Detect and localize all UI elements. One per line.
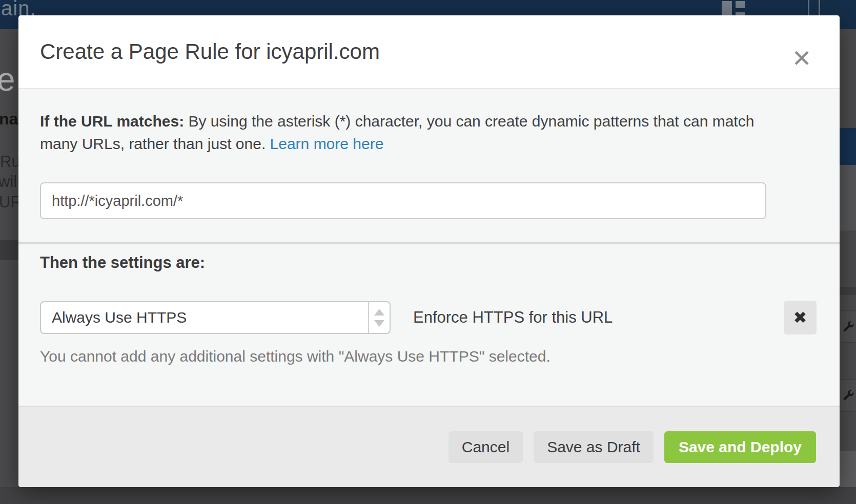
background-band — [0, 487, 856, 504]
background-wrench-button — [841, 379, 856, 412]
url-match-description: If the URL matches: By using the asteris… — [40, 110, 793, 155]
background-text-fragment: Ru — [0, 153, 21, 171]
background-band — [0, 240, 18, 260]
setting-select[interactable]: Always Use HTTPS — [40, 301, 391, 334]
background-text-fragment: e — [0, 60, 15, 98]
learn-more-link[interactable]: Learn more here — [270, 135, 384, 152]
modal-footer: Cancel Save as Draft Save and Deploy — [18, 406, 840, 487]
wrench-icon — [842, 320, 855, 333]
settings-heading: Then the settings are: — [40, 254, 818, 272]
background-wrench-button — [841, 310, 856, 343]
background-text-fragment: will — [0, 173, 21, 191]
wrench-icon — [842, 389, 855, 402]
modal-header: Create a Page Rule for icyapril.com ✕ — [18, 15, 840, 89]
modal-title: Create a Page Rule for icyapril.com — [40, 39, 380, 64]
save-as-draft-button[interactable]: Save as Draft — [534, 431, 654, 463]
setting-description: Enforce HTTPS for this URL — [413, 308, 613, 327]
url-pattern-input[interactable] — [40, 182, 766, 219]
chevron-up-icon — [374, 309, 384, 316]
url-match-label: If the URL matches: — [40, 113, 184, 130]
background-band — [840, 287, 856, 295]
background-band — [840, 165, 856, 230]
save-and-deploy-button[interactable]: Save and Deploy — [664, 431, 816, 463]
select-spinner-icon[interactable] — [368, 302, 390, 333]
create-page-rule-modal: Create a Page Rule for icyapril.com ✕ If… — [18, 15, 840, 487]
background-blue-button-fragment — [840, 128, 856, 165]
remove-setting-button[interactable]: ✖ — [784, 301, 817, 334]
cancel-button[interactable]: Cancel — [449, 431, 523, 463]
close-icon[interactable]: ✕ — [787, 44, 816, 73]
settings-helper-text: You cannot add any additional settings w… — [40, 348, 818, 365]
background-band — [840, 451, 856, 487]
setting-row: Always Use HTTPS Enforce HTTPS for this … — [40, 301, 818, 334]
remove-x-icon: ✖ — [793, 308, 807, 327]
chevron-down-icon — [374, 320, 384, 327]
settings-section: Then the settings are: Always Use HTTPS … — [18, 244, 840, 406]
url-match-section: If the URL matches: By using the asteris… — [18, 89, 840, 242]
setting-select-value: Always Use HTTPS — [41, 302, 368, 333]
